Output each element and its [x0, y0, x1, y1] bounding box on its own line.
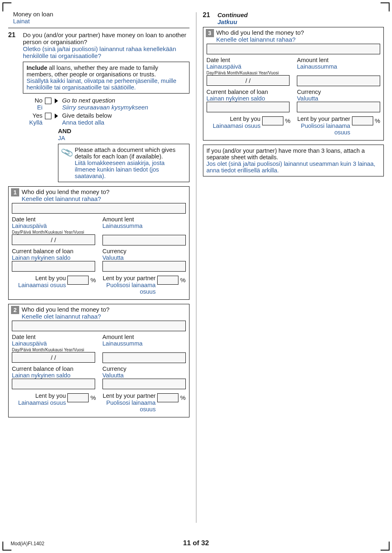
- date-header: Day/Päivä Month/Kuukausi Year/Vuosi: [12, 348, 95, 352]
- checkbox-yes[interactable]: [45, 113, 51, 119]
- percent-symbol: %: [375, 117, 380, 124]
- question-number: 21: [8, 31, 18, 182]
- balance-label-fi: Lainan nykyinen saldo: [12, 372, 95, 379]
- loan2-amount-input[interactable]: [102, 352, 186, 363]
- and-fi: JA: [58, 134, 189, 141]
- attach-en: Please attach a document which gives det…: [75, 147, 176, 160]
- loan-block-2: 2 Who did you lend the money to? Kenelle…: [8, 304, 189, 417]
- option-no: No Ei Go to next question Siirry seuraav…: [23, 97, 189, 111]
- no-label-fi: Ei: [23, 104, 42, 111]
- amount-label-en: Amount lent: [102, 334, 186, 340]
- you-label-en: Lent by you: [35, 275, 66, 281]
- loan3-partner-pct-input[interactable]: [352, 116, 373, 125]
- continued-header: 21 Continued Jatkuu: [203, 8, 384, 25]
- loan1-you-pct-input[interactable]: [67, 276, 89, 285]
- loan-number-3: 3: [206, 29, 214, 37]
- who-label-fi: Kenelle olet lainannut rahaa?: [22, 195, 109, 202]
- you-label-en: Lent by you: [35, 392, 66, 399]
- partner-label-fi: Puolisosi lainaama osuus: [106, 399, 156, 413]
- arrow-icon: [55, 98, 58, 103]
- who-label-en: Who did you lend the money to?: [22, 188, 109, 195]
- loan-block-3: 3 Who did you lend the money to? Kenelle…: [203, 27, 384, 140]
- loan1-partner-pct-input[interactable]: [157, 276, 178, 285]
- loan1-date-input[interactable]: / /: [12, 234, 95, 245]
- yes-label-en: Yes: [33, 112, 42, 119]
- loan3-currency-input[interactable]: [297, 102, 380, 112]
- more-than-3-note: If you (and/or your partner) have more t…: [203, 145, 384, 176]
- loan3-date-input[interactable]: / /: [207, 75, 290, 86]
- loan2-balance-input[interactable]: [12, 379, 95, 389]
- loan3-you-pct-input[interactable]: [262, 116, 283, 125]
- loan3-who-input[interactable]: [207, 44, 381, 54]
- amount-label-fi: Lainaussumma: [102, 340, 186, 347]
- amount-label-fi: Lainaussumma: [102, 223, 186, 229]
- loan2-you-pct-input[interactable]: [67, 393, 89, 402]
- who-label-fi: Kenelle olet lainannut rahaa?: [216, 36, 304, 43]
- attachment-note: 📎 Please attach a document which gives d…: [58, 144, 189, 182]
- date-label-fi: Lainauspäivä: [12, 340, 95, 347]
- balance-label-fi: Lainan nykyinen saldo: [207, 95, 290, 102]
- include-note: Include all loans, whether they are made…: [23, 62, 189, 94]
- loan2-partner-pct-input[interactable]: [157, 393, 178, 402]
- loan1-who-input[interactable]: [12, 203, 186, 214]
- you-label-fi: Lainaamasi osuus: [18, 282, 66, 288]
- page-number: 11 of 32: [0, 539, 392, 547]
- checkbox-no[interactable]: [45, 98, 51, 104]
- percent-symbol: %: [90, 276, 96, 283]
- yes-action-fi: Anna tiedot alla: [62, 119, 104, 126]
- section-title: Money on loan Lainat: [8, 8, 189, 26]
- currency-label-fi: Valuutta: [102, 372, 186, 379]
- right-column: 21 Continued Jatkuu 3 Who did you lend t…: [203, 8, 384, 527]
- include-lead-fi: Sisällytä: [27, 78, 49, 84]
- balance-label-en: Current balance of loan: [207, 89, 290, 95]
- who-label-en: Who did you lend the money to?: [22, 306, 109, 313]
- loan1-balance-input[interactable]: [12, 261, 95, 272]
- loan-number-2: 2: [11, 306, 19, 314]
- date-label-en: Date lent: [207, 57, 290, 63]
- loan2-date-input[interactable]: / /: [12, 352, 95, 363]
- date-label-en: Date lent: [12, 334, 95, 340]
- loan2-who-input[interactable]: [12, 321, 186, 331]
- loan1-currency-input[interactable]: [102, 261, 186, 272]
- yes-action-en: Give details below: [62, 112, 112, 119]
- currency-label-en: Currency: [297, 89, 380, 95]
- crop-mark: [2, 2, 11, 11]
- no-action-en: Go to next question: [62, 97, 115, 104]
- loan3-balance-input[interactable]: [207, 102, 290, 112]
- percent-symbol: %: [285, 117, 290, 124]
- loan2-currency-input[interactable]: [102, 379, 186, 389]
- you-label-en: Lent by you: [230, 116, 261, 122]
- partner-label-en: Lent by your partner: [102, 392, 156, 399]
- note-fi: Jos olet (sinä ja/tai puolisosi) lainann…: [207, 161, 375, 174]
- you-label-fi: Lainaamasi osuus: [18, 399, 66, 406]
- amount-label-en: Amount lent: [297, 57, 380, 63]
- section-title-en: Money on loan: [13, 11, 189, 18]
- balance-label-fi: Lainan nykyinen saldo: [12, 254, 95, 261]
- partner-label-en: Lent by your partner: [102, 275, 156, 281]
- percent-symbol: %: [180, 276, 185, 283]
- partner-label-en: Lent by your partner: [297, 116, 350, 122]
- no-action-fi: Siirry seuraavaan kysymykseen: [62, 104, 148, 111]
- currency-label-en: Currency: [102, 248, 186, 254]
- crop-mark: [381, 2, 390, 11]
- question-21: 21 Do you (and/or your partner) have mon…: [8, 31, 189, 182]
- date-label-fi: Lainauspäivä: [207, 63, 290, 70]
- section-rule: [8, 28, 189, 28]
- question-text-en: Do you (and/or your partner) have money …: [23, 31, 189, 45]
- left-column: Money on loan Lainat 21 Do you (and/or y…: [8, 8, 189, 527]
- date-header: Day/Päivä Month/Kuukausi Year/Vuosi: [12, 230, 95, 234]
- and-conjunction: AND JA: [58, 127, 189, 141]
- loan3-amount-input[interactable]: [297, 76, 380, 86]
- amount-label-fi: Lainaussumma: [297, 63, 380, 70]
- date-header: Day/Päivä Month/Kuukausi Year/Vuosi: [207, 71, 290, 75]
- loan1-amount-input[interactable]: [102, 235, 186, 245]
- arrow-icon: [55, 114, 58, 118]
- loan-block-1: 1 Who did you lend the money to? Kenelle…: [8, 186, 189, 300]
- note-en: If you (and/or your partner) have more t…: [207, 147, 365, 161]
- no-label-en: No: [35, 97, 42, 104]
- who-label-fi: Kenelle olet lainannut rahaa?: [22, 313, 109, 320]
- question-text-fi: Oletko (sinä ja/tai puolisosi) lainannut…: [23, 45, 189, 59]
- question-number: 21: [203, 11, 213, 25]
- include-rest-fi: kaikki lainat, olivatpa ne perheenjäseni…: [27, 78, 176, 91]
- column-divider: [196, 12, 196, 523]
